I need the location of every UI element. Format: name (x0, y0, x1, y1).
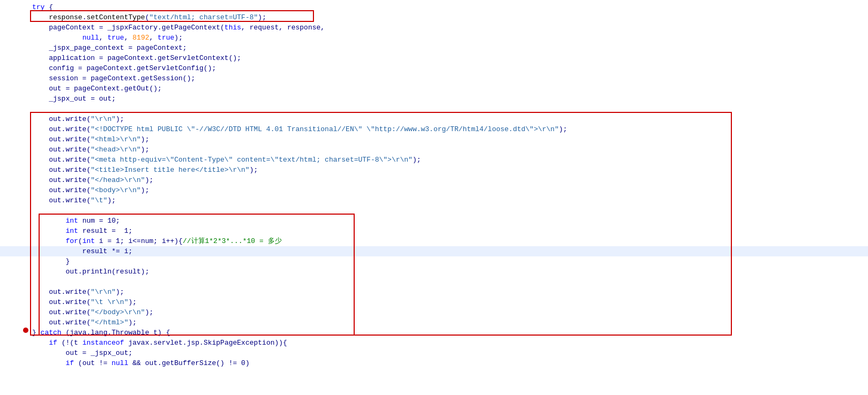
code-text: session = pageContext.getSession(); (30, 73, 868, 83)
code-text (30, 277, 868, 287)
code-line-7: config = pageContext.getServletConfig(); (0, 63, 868, 73)
code-line-write8: out.write("<body>\r\n"); (0, 185, 868, 195)
code-line-empty3 (0, 277, 868, 287)
code-line-write10: out.write("\r\n"); (0, 287, 868, 297)
code-line-if1: if (!(t instanceof javax.servlet.jsp.Ski… (0, 338, 868, 348)
code-line-5: _jspx_page_context = pageContext; (0, 43, 868, 53)
code-text: out.write("<title>Insert title here</tit… (30, 165, 868, 175)
code-line-write12: out.write("</body>\r\n"); (0, 307, 868, 317)
code-line-write6: out.write("<title>Insert title here</tit… (0, 165, 868, 175)
code-line-out-assign: out = _jspx_out; (0, 348, 868, 358)
code-line-write2: out.write("<!DOCTYPE html PUBLIC \"-//W3… (0, 124, 868, 134)
code-text (30, 104, 868, 114)
code-line-write9: out.write("\t"); (0, 195, 868, 206)
code-text: _jspx_page_context = pageContext; (30, 43, 868, 53)
code-text: out = _jspx_out; (30, 348, 868, 358)
code-line-write13: out.write("</html>"); (0, 317, 868, 328)
code-text: if (out != null && out.getBufferSize() !… (30, 358, 868, 368)
code-line-write4: out.write("<head>\r\n"); (0, 145, 868, 155)
code-text: result *= i; (30, 246, 868, 256)
code-line-write5: out.write("<meta http-equiv=\"Content-Ty… (0, 155, 868, 165)
code-line-close-brace: } (0, 256, 868, 267)
code-text: out.write("</html>"); (30, 317, 868, 328)
code-text: } (30, 256, 868, 267)
code-text: application = pageContext.getServletCont… (30, 53, 868, 63)
code-text: out.write("<head>\r\n"); (30, 145, 868, 155)
code-text: out.write("\r\n"); (30, 287, 868, 297)
code-line-for: for(int i = 1; i<=num; i++){//计算1*2*3*..… (0, 236, 868, 246)
code-line-write1: out.write("\r\n"); (0, 114, 868, 124)
code-text: out.write("</head>\r\n"); (30, 175, 868, 185)
code-text: out.write("<html>\r\n"); (30, 134, 868, 145)
code-line-int2: int result = 1; (0, 226, 868, 236)
code-text: null, true, 8192, true); (30, 33, 868, 43)
code-line-3: pageContext = _jspxFactory.getPageContex… (0, 22, 868, 33)
lines-wrapper: try { response.setContentType("text/html… (0, 2, 868, 368)
code-line-result: result *= i; (0, 246, 868, 256)
code-line-4: null, true, 8192, true); (0, 33, 868, 43)
code-line-write11: out.write("\t \r\n"); (0, 297, 868, 307)
code-line-write3: out.write("<html>\r\n"); (0, 134, 868, 145)
code-text: out.println(result); (30, 267, 868, 277)
code-line-2: response.setContentType("text/html; char… (0, 12, 868, 22)
code-text: out.write("\t"); (30, 195, 868, 206)
code-line-println: out.println(result); (0, 267, 868, 277)
code-text: out.write("</body>\r\n"); (30, 307, 868, 317)
code-line-if2: if (out != null && out.getBufferSize() !… (0, 358, 868, 368)
code-text: response.setContentType("text/html; char… (30, 12, 868, 22)
code-line-9: out = pageContext.getOut(); (0, 83, 868, 94)
code-text: try { (30, 2, 868, 12)
code-line-10: _jspx_out = out; (0, 94, 868, 104)
code-text: int result = 1; (30, 226, 868, 236)
code-text: out.write("<meta http-equiv=\"Content-Ty… (30, 155, 868, 165)
breakpoint-indicator (23, 328, 28, 333)
code-line-catch: } catch (java.lang.Throwable t) { (0, 328, 868, 338)
code-line-empty1 (0, 104, 868, 114)
code-text: } catch (java.lang.Throwable t) { (30, 328, 868, 338)
code-text: out.write("\r\n"); (30, 114, 868, 124)
code-text: out.write("\t \r\n"); (30, 297, 868, 307)
code-text: _jspx_out = out; (30, 94, 868, 104)
code-text: if (!(t instanceof javax.servlet.jsp.Ski… (30, 338, 868, 348)
code-text: for(int i = 1; i<=num; i++){//计算1*2*3*..… (30, 236, 868, 246)
code-text: int num = 10; (30, 216, 868, 226)
code-line-1: try { (0, 2, 868, 12)
code-line-empty2 (0, 206, 868, 216)
code-line-write7: out.write("</head>\r\n"); (0, 175, 868, 185)
code-line-8: session = pageContext.getSession(); (0, 73, 868, 83)
breakpoint-area (21, 328, 30, 333)
code-text: pageContext = _jspxFactory.getPageContex… (30, 22, 868, 33)
code-text: out.write("<!DOCTYPE html PUBLIC \"-//W3… (30, 124, 868, 134)
code-text: out.write("<body>\r\n"); (30, 185, 868, 195)
code-line-6: application = pageContext.getServletCont… (0, 53, 868, 63)
code-container: try { response.setContentType("text/html… (0, 0, 868, 395)
code-text: out = pageContext.getOut(); (30, 83, 868, 94)
code-text: config = pageContext.getServletConfig(); (30, 63, 868, 73)
code-text (30, 206, 868, 216)
code-line-int1: int num = 10; (0, 216, 868, 226)
